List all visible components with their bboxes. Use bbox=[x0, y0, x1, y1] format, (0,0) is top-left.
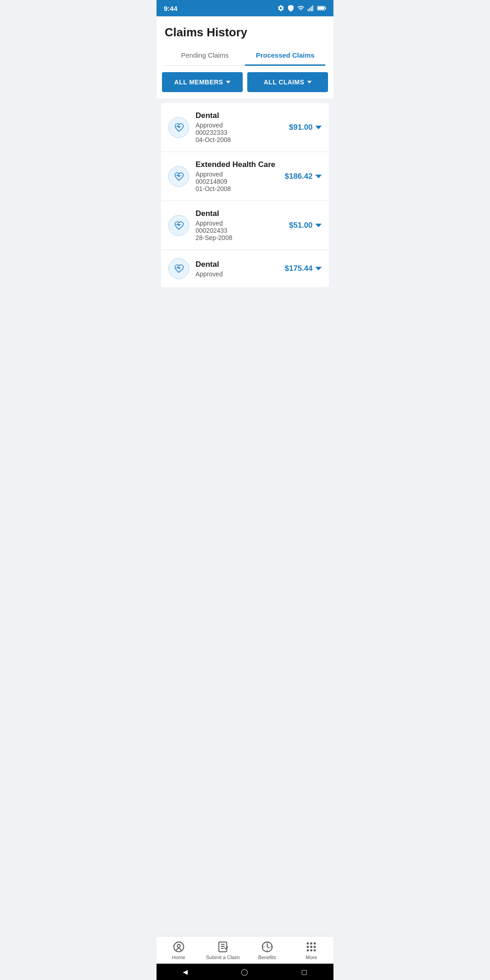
shield-icon bbox=[287, 5, 294, 12]
claim-amount-wrap: $91.00 bbox=[289, 123, 322, 132]
svg-rect-1 bbox=[309, 8, 310, 11]
claims-list: Dental Approved 000232333 04-Oct-2008 $9… bbox=[161, 103, 329, 287]
claim-type: Dental bbox=[196, 111, 289, 120]
chevron-down-icon bbox=[315, 126, 322, 129]
all-claims-button[interactable]: ALL CLAIMS bbox=[247, 72, 328, 92]
claim-amount-wrap: $51.00 bbox=[289, 221, 322, 230]
claim-status: Approved bbox=[196, 171, 285, 178]
claim-ref: 000214809 bbox=[196, 178, 285, 185]
tabs-container: Pending Claims Processed Claims bbox=[165, 46, 325, 66]
claim-date: 28-Sep-2008 bbox=[196, 234, 289, 241]
claim-amount-wrap: $186.42 bbox=[285, 172, 322, 181]
all-members-label: ALL MEMBERS bbox=[174, 78, 223, 86]
svg-rect-5 bbox=[318, 7, 324, 10]
svg-rect-6 bbox=[325, 7, 326, 9]
health-heart-icon bbox=[174, 264, 184, 274]
gear-icon bbox=[277, 5, 284, 12]
tab-processed[interactable]: Processed Claims bbox=[245, 46, 325, 66]
battery-icon bbox=[317, 5, 326, 12]
claim-details: Dental Approved bbox=[196, 260, 285, 278]
signal-icon bbox=[307, 5, 314, 12]
svg-rect-3 bbox=[312, 5, 313, 11]
all-members-button[interactable]: ALL MEMBERS bbox=[162, 72, 243, 92]
claim-amount: $91.00 bbox=[289, 123, 313, 132]
claim-status: Approved bbox=[196, 270, 285, 278]
claim-type: Dental bbox=[196, 260, 285, 269]
chevron-down-icon bbox=[315, 175, 322, 178]
status-icons bbox=[277, 5, 326, 12]
all-claims-label: ALL CLAIMS bbox=[264, 78, 304, 86]
status-time: 9:44 bbox=[164, 5, 177, 12]
claim-icon-wrap bbox=[168, 258, 189, 279]
claim-type: Dental bbox=[196, 209, 289, 218]
claim-icon-wrap bbox=[168, 117, 189, 138]
status-bar: 9:44 bbox=[157, 0, 333, 16]
claim-ref: 000232333 bbox=[196, 129, 289, 136]
page-title: Claims History bbox=[165, 25, 325, 46]
claim-status: Approved bbox=[196, 122, 289, 129]
claim-ref: 000202433 bbox=[196, 227, 289, 234]
health-heart-icon bbox=[174, 122, 184, 132]
claim-amount-wrap: $175.44 bbox=[285, 264, 322, 273]
chevron-down-icon bbox=[315, 267, 322, 270]
svg-rect-0 bbox=[308, 9, 309, 11]
claim-item[interactable]: Dental Approved 000202433 28-Sep-2008 $5… bbox=[161, 201, 329, 250]
claim-date: 04-Oct-2008 bbox=[196, 136, 289, 143]
svg-rect-2 bbox=[311, 7, 312, 11]
claim-type: Extended Health Care bbox=[196, 160, 285, 169]
claim-amount: $186.42 bbox=[285, 172, 313, 181]
wifi-icon bbox=[297, 5, 304, 12]
health-heart-icon bbox=[174, 172, 184, 181]
claim-details: Dental Approved 000232333 04-Oct-2008 bbox=[196, 111, 289, 143]
claim-icon-wrap bbox=[168, 215, 189, 236]
claim-item[interactable]: Dental Approved $175.44 bbox=[161, 250, 329, 287]
claim-amount: $51.00 bbox=[289, 221, 313, 230]
health-heart-icon bbox=[174, 220, 184, 230]
claim-amount: $175.44 bbox=[285, 264, 313, 273]
filter-row: ALL MEMBERS ALL CLAIMS bbox=[157, 66, 333, 98]
claim-details: Dental Approved 000202433 28-Sep-2008 bbox=[196, 209, 289, 241]
chevron-down-icon bbox=[315, 224, 322, 227]
header: Claims History Pending Claims Processed … bbox=[157, 16, 333, 66]
claim-item[interactable]: Dental Approved 000232333 04-Oct-2008 $9… bbox=[161, 103, 329, 152]
claim-icon-wrap bbox=[168, 166, 189, 187]
chevron-down-icon bbox=[307, 81, 312, 83]
claim-item[interactable]: Extended Health Care Approved 000214809 … bbox=[161, 152, 329, 201]
tab-pending[interactable]: Pending Claims bbox=[165, 46, 245, 66]
claim-details: Extended Health Care Approved 000214809 … bbox=[196, 160, 285, 192]
claim-date: 01-Oct-2008 bbox=[196, 185, 285, 192]
main-content: Dental Approved 000232333 04-Oct-2008 $9… bbox=[157, 103, 333, 342]
claim-status: Approved bbox=[196, 220, 289, 227]
chevron-down-icon bbox=[226, 81, 230, 83]
